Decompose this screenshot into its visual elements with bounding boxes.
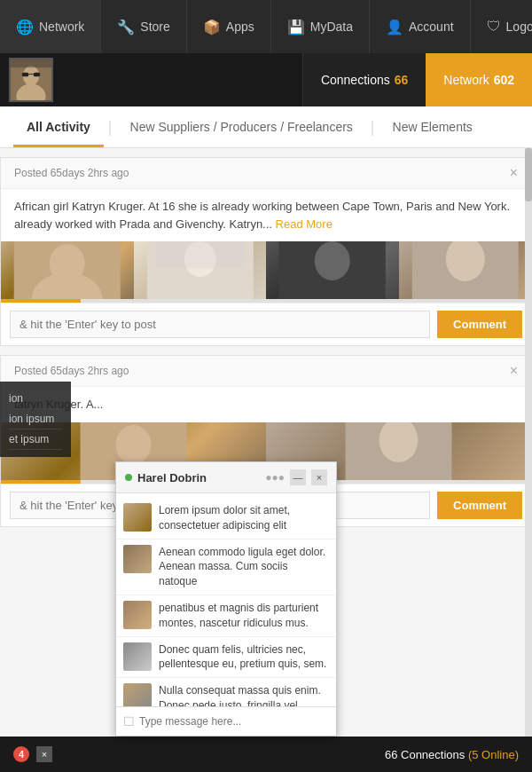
card-body-2: tatryn Kruger. A... <box>1 387 531 422</box>
connections-label: Connections <box>321 73 390 87</box>
mydata-icon: 💾 <box>287 19 305 35</box>
chat-input-area: ☐ <box>116 706 336 736</box>
overlay-item-1: ion <box>9 389 62 409</box>
chat-avatar-5 <box>123 683 152 706</box>
main-content: Posted 65days 2hrs ago × African girl Ka… <box>0 148 532 772</box>
chat-input[interactable] <box>139 715 329 728</box>
store-icon: 🔧 <box>117 19 135 35</box>
activity-card-1: Posted 65days 2hrs ago × African girl Ka… <box>0 157 532 346</box>
online-count: (5 Online) <box>468 748 519 761</box>
chat-close-button[interactable]: × <box>311 469 327 485</box>
chat-avatar-4 <box>123 642 152 671</box>
nav-label-mydata: MyData <box>310 20 353 34</box>
chat-message-5: Nulla consequat massa quis enim. Donec p… <box>116 678 336 706</box>
network-icon: 🌐 <box>16 19 34 35</box>
svg-rect-5 <box>34 73 40 77</box>
svg-rect-15 <box>279 241 386 299</box>
nav-label-logout: Logout <box>506 20 532 34</box>
logout-icon: 🛡 <box>487 19 501 35</box>
card-close-1[interactable]: × <box>510 165 518 181</box>
chat-status-dots: ●●● <box>265 471 285 484</box>
chat-message-3: penatibus et magnis dis parturient monte… <box>116 595 336 637</box>
chat-modal: Harel Dobrin ●●● — × Lorem ipsum dolor s… <box>115 461 337 737</box>
chat-avatar-2 <box>123 545 152 573</box>
card-text-1: African girl Katryn Kruger. At 16 she is… <box>14 200 510 231</box>
card-header-1: Posted 65days 2hrs ago × <box>1 158 531 189</box>
chat-close-bottom[interactable]: × <box>36 746 52 762</box>
chat-minimize-button[interactable]: — <box>290 469 306 485</box>
nav-item-account[interactable]: 👤 Account <box>370 0 471 53</box>
chat-message-1: Lorem ipsum dolor sit amet, consectetuer… <box>116 498 336 540</box>
top-navigation: 🌐 Network 🔧 Store 📦 Apps 💾 MyData 👤 Acco… <box>0 0 532 53</box>
nav-item-mydata[interactable]: 💾 MyData <box>271 0 370 53</box>
nav-item-logout[interactable]: 🛡 Logout <box>471 0 532 53</box>
profile-bar: Connections 66 Network 602 <box>0 53 532 106</box>
read-more-1[interactable]: Read More <box>276 217 332 231</box>
activity-image-1[interactable] <box>1 241 134 299</box>
card-posted-2: Posted 65days 2hrs ago <box>14 365 129 377</box>
avatar-image <box>11 59 51 100</box>
connections-count: 66 <box>395 73 409 87</box>
comment-input-1[interactable] <box>10 311 430 338</box>
network-label: Network <box>443 73 489 87</box>
avatar[interactable] <box>9 58 53 102</box>
card-body-1: African girl Katryn Kruger. At 16 she is… <box>1 189 531 241</box>
bottom-bar: 4 × 66 Connections (5 Online) <box>0 737 532 772</box>
overlay-item-2: ion ipsum <box>9 409 62 429</box>
nav-item-apps[interactable]: 📦 Apps <box>187 0 271 53</box>
apps-icon: 📦 <box>203 19 221 35</box>
chat-message-4: Donec quam felis, ultricies nec, pellent… <box>116 637 336 679</box>
comment-area-1: Comment <box>1 303 531 345</box>
chat-message-2: Aenean commodo ligula eget dolor. Aenean… <box>116 540 336 595</box>
tab-separator-1: | <box>108 118 113 137</box>
tabs-bar: All Activity | New Suppliers / Producers… <box>0 106 532 148</box>
chat-msg-text-5: Nulla consequat massa quis enim. Donec p… <box>159 683 329 706</box>
tab-new-elements[interactable]: New Elements <box>379 106 486 147</box>
connections-count-bottom: 66 Connections (5 Online) <box>385 748 519 761</box>
account-icon: 👤 <box>386 19 403 35</box>
card-posted-1: Posted 65days 2hrs ago <box>14 167 129 179</box>
svg-rect-4 <box>22 73 28 77</box>
activity-image-2[interactable] <box>134 241 267 299</box>
card-header-2: Posted 65days 2hrs ago × <box>1 356 531 387</box>
online-status-dot <box>125 474 132 481</box>
nav-label-network: Network <box>39 20 84 34</box>
nav-item-store[interactable]: 🔧 Store <box>101 0 186 53</box>
network-count: 602 <box>494 73 514 87</box>
chat-msg-text-3: penatibus et magnis dis parturient monte… <box>159 601 329 631</box>
scrollbar-thumb[interactable] <box>525 148 532 201</box>
activity-image-3[interactable] <box>266 241 399 299</box>
tab-separator-2: | <box>371 118 375 137</box>
overlay-item-3: et ipsum <box>9 429 62 450</box>
chat-avatar-3 <box>123 601 152 629</box>
nav-label-account: Account <box>409 20 454 34</box>
comment-button-2[interactable]: Comment <box>437 492 522 519</box>
chat-msg-text-1: Lorem ipsum dolor sit amet, consectetuer… <box>159 503 329 533</box>
svg-point-19 <box>116 425 152 464</box>
chat-msg-text-4: Donec quam felis, ultricies nec, pellent… <box>159 642 329 673</box>
svg-rect-3 <box>11 59 51 67</box>
tab-new-suppliers[interactable]: New Suppliers / Producers / Freelancers <box>117 106 366 147</box>
svg-rect-12 <box>155 241 244 268</box>
nav-label-store: Store <box>140 20 169 34</box>
activity-image-4[interactable] <box>399 241 532 299</box>
connections-button[interactable]: Connections 66 <box>302 53 426 106</box>
chat-username: Harel Dobrin <box>137 471 260 484</box>
connections-label-bottom: 66 Connections <box>385 748 465 761</box>
comment-button-1[interactable]: Comment <box>437 311 522 338</box>
chat-input-icon: ☐ <box>123 714 135 729</box>
card-close-2[interactable]: × <box>510 363 518 379</box>
nav-item-network[interactable]: 🌐 Network <box>0 0 101 53</box>
nav-label-apps: Apps <box>226 20 254 34</box>
chat-notification-badge[interactable]: 4 <box>13 746 29 762</box>
image-strip-1 <box>1 241 531 299</box>
chat-avatar-1 <box>123 503 152 532</box>
chat-messages: Lorem ipsum dolor sit amet, consectetuer… <box>116 493 336 706</box>
tab-all-activity[interactable]: All Activity <box>13 106 104 147</box>
network-button[interactable]: Network 602 <box>426 53 532 106</box>
chat-header: Harel Dobrin ●●● — × <box>116 462 336 493</box>
chat-msg-text-2: Aenean commodo ligula eget dolor. Aenean… <box>159 545 329 589</box>
scrollbar-track[interactable] <box>525 148 532 772</box>
overlay-left-panel: ion ion ipsum et ipsum <box>0 382 71 457</box>
